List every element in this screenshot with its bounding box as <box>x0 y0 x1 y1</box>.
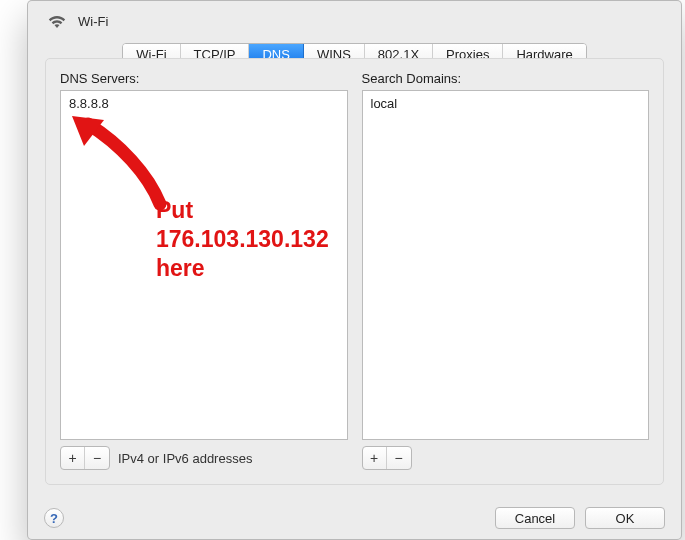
dns-servers-label: DNS Servers: <box>60 71 348 86</box>
remove-search-domain-button[interactable]: − <box>387 447 411 469</box>
remove-dns-server-button[interactable]: − <box>85 447 109 469</box>
dns-servers-list[interactable]: 8.8.8.8 <box>60 90 348 440</box>
cancel-button[interactable]: Cancel <box>495 507 575 529</box>
list-item[interactable]: local <box>369 95 643 112</box>
wifi-icon <box>46 13 68 29</box>
bottom-bar: ? Cancel OK <box>28 507 681 529</box>
dns-panel: DNS Servers: 8.8.8.8 + − IPv4 or IPv6 ad… <box>45 58 664 485</box>
add-search-domain-button[interactable]: + <box>363 447 387 469</box>
search-domains-list[interactable]: local <box>362 90 650 440</box>
titlebar: Wi-Fi <box>28 1 681 41</box>
search-domains-pm: + − <box>362 446 412 470</box>
dns-hint: IPv4 or IPv6 addresses <box>118 451 252 466</box>
dns-servers-column: DNS Servers: 8.8.8.8 + − IPv4 or IPv6 ad… <box>60 71 348 470</box>
network-advanced-window: Wi-Fi Wi-Fi TCP/IP DNS WINS 802.1X Proxi… <box>27 0 682 540</box>
ok-button[interactable]: OK <box>585 507 665 529</box>
list-item[interactable]: 8.8.8.8 <box>67 95 341 112</box>
add-dns-server-button[interactable]: + <box>61 447 85 469</box>
search-domains-column: Search Domains: local + − <box>362 71 650 470</box>
window-title: Wi-Fi <box>78 14 108 29</box>
dns-servers-pm: + − <box>60 446 110 470</box>
search-domains-label: Search Domains: <box>362 71 650 86</box>
help-button[interactable]: ? <box>44 508 64 528</box>
